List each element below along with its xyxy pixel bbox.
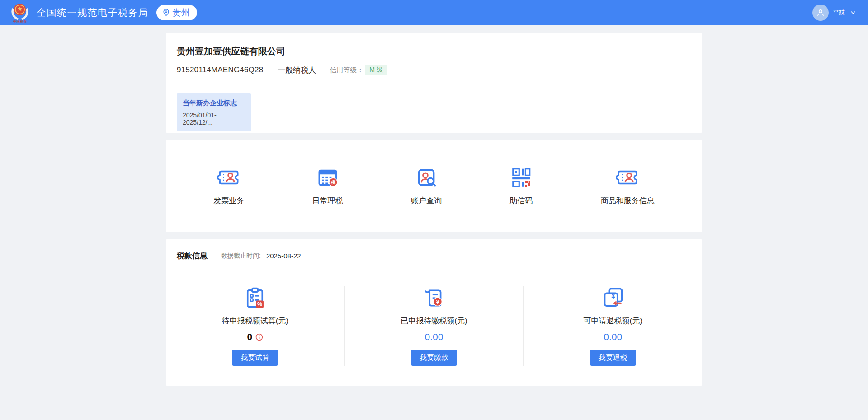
- stat-label: 可申请退税额(元): [584, 316, 642, 326]
- location-selector[interactable]: 贵州: [156, 5, 197, 20]
- quick-action-goods-services[interactable]: 商品和服务信息: [601, 166, 655, 206]
- clipboard-percent-icon: %: [243, 286, 267, 310]
- header-left: 中国税务 全国统一规范电子税务局 贵州: [10, 2, 197, 23]
- account-search-icon: [415, 166, 438, 189]
- quick-action-label: 发票业务: [213, 196, 244, 206]
- stat-value-row: 0: [247, 331, 263, 343]
- tax-info-card: 税款信息 数据截止时间: 2025-08-22 % 待申报税额试算(元) 0: [166, 239, 702, 386]
- person-icon: [816, 8, 825, 17]
- stat-label: 待申报税额试算(元): [222, 316, 288, 326]
- company-meta-row: 91520114MAENG46Q28 一般纳税人 信用等级： M 级: [177, 65, 691, 75]
- credit-rating-label: 信用等级：: [330, 66, 363, 75]
- percent-glyph: %: [257, 301, 262, 308]
- yuan-glyph: ¥: [611, 292, 615, 300]
- chevron-down-icon: [850, 9, 856, 16]
- info-icon[interactable]: [255, 333, 263, 341]
- main-content: 贵州壹加壹供应链有限公司 91520114MAENG46Q28 一般纳税人 信用…: [166, 33, 702, 386]
- invoice-person-icon: [217, 166, 240, 189]
- qr-code-icon: [510, 166, 533, 189]
- quick-action-label: 助信码: [509, 196, 533, 206]
- quick-action-account-query[interactable]: 账户查询: [411, 166, 442, 206]
- refund-arrow-icon: ¥: [601, 286, 625, 310]
- app-title: 全国统一规范电子税务局: [37, 6, 149, 19]
- stat-declared-payable: ¥ 已申报待缴税额(元) 0.00 我要缴款: [345, 286, 524, 366]
- quick-action-label: 账户查询: [411, 196, 442, 206]
- new-enterprise-tag-title: 当年新办企业标志: [183, 99, 245, 107]
- quick-action-label: 商品和服务信息: [601, 196, 655, 206]
- credit-rating-badge[interactable]: M 级: [365, 65, 387, 75]
- stat-value-row: 0.00: [425, 331, 443, 343]
- trial-calculate-button[interactable]: 我要试算: [232, 350, 278, 366]
- stat-value-row: 0.00: [604, 331, 622, 343]
- taxpayer-type: 一般纳税人: [278, 65, 316, 75]
- divider: [177, 84, 691, 84]
- goods-services-icon: [616, 166, 639, 189]
- yuan-glyph: ¥: [436, 299, 440, 305]
- quick-action-label: 日常理税: [312, 196, 343, 206]
- stat-pending-declaration: % 待申报税额试算(元) 0 我要试算: [166, 286, 344, 366]
- stat-value: 0.00: [604, 331, 622, 342]
- cutoff-date: 2025-08-22: [266, 252, 301, 260]
- tax-info-title: 税款信息: [177, 251, 208, 261]
- stat-refundable: ¥ 可申请退税额(元) 0.00 我要退税: [524, 286, 702, 366]
- user-name: **妹: [833, 8, 845, 17]
- credit-rating: 信用等级： M 级: [330, 65, 387, 75]
- pay-button[interactable]: 我要缴款: [411, 350, 457, 366]
- stat-label: 已申报待缴税额(元): [401, 316, 467, 326]
- location-pin-icon: [162, 9, 170, 16]
- tax-stats-row: % 待申报税额试算(元) 0 我要试算: [166, 286, 702, 366]
- tax-info-header: 税款信息 数据截止时间: 2025-08-22: [166, 239, 702, 270]
- cutoff-label: 数据截止时间:: [221, 252, 261, 260]
- top-header: 中国税务 全国统一规范电子税务局 贵州 **妹: [0, 0, 868, 25]
- user-menu[interactable]: **妹: [812, 5, 856, 21]
- new-enterprise-tag-card[interactable]: 当年新办企业标志 2025/01/01-2025/12/...: [177, 93, 251, 131]
- quick-action-daily-tax[interactable]: 税 日常理税: [312, 166, 343, 206]
- tax-glyph: 税: [330, 180, 336, 185]
- avatar: [812, 5, 829, 21]
- new-enterprise-tag-period: 2025/01/01-2025/12/...: [183, 112, 245, 126]
- receipt-yuan-icon: ¥: [422, 286, 446, 310]
- calendar-tax-icon: 税: [316, 166, 339, 189]
- location-label: 贵州: [173, 7, 190, 19]
- emblem-caption: 中国税务: [13, 19, 27, 23]
- refund-button[interactable]: 我要退税: [590, 350, 636, 366]
- china-tax-emblem-logo: 中国税务: [10, 2, 30, 23]
- quick-action-invoice[interactable]: 发票业务: [213, 166, 244, 206]
- stat-value: 0: [247, 331, 252, 342]
- company-name: 贵州壹加壹供应链有限公司: [177, 45, 691, 57]
- quick-action-assist-code[interactable]: 助信码: [509, 166, 533, 206]
- company-tax-id: 91520114MAENG46Q28: [177, 65, 263, 75]
- quick-actions-card: 发票业务 税 日常理税: [166, 140, 702, 232]
- stat-value: 0.00: [425, 331, 443, 342]
- company-info-card: 贵州壹加壹供应链有限公司 91520114MAENG46Q28 一般纳税人 信用…: [166, 33, 702, 133]
